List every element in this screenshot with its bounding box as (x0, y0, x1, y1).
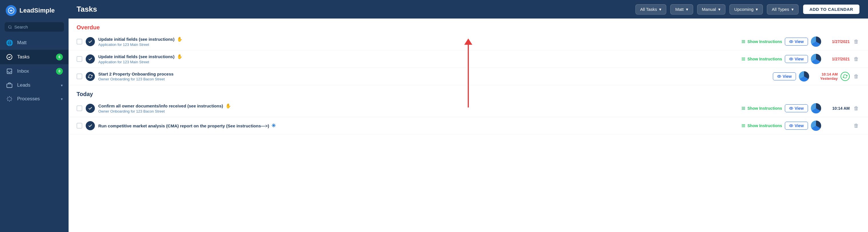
svg-rect-3 (7, 69, 12, 74)
task-title-3: Start 2 Property Onboarding process (98, 72, 769, 76)
sidebar-label-leads: Leads (17, 82, 30, 88)
filter-all-tasks-chevron: ▾ (659, 7, 661, 12)
processes-chevron-icon: ▾ (61, 97, 63, 101)
logo-text: LeadSimple (20, 7, 55, 14)
filter-all-tasks[interactable]: All Tasks ▾ (636, 4, 666, 14)
logo-area: LeadSimple (0, 0, 69, 21)
task-status-icon-1 (86, 37, 95, 46)
task-subtitle-4: Owner Onboarding for 123 Bacon Street (98, 109, 738, 113)
tasks-icon (6, 54, 13, 60)
leads-icon (6, 82, 13, 88)
show-instructions-button-5[interactable]: Show Instructions (741, 123, 782, 128)
delete-button-1[interactable]: 🗑 (852, 38, 860, 46)
show-instructions-button-1[interactable]: Show Instructions (741, 39, 782, 44)
filter-manual[interactable]: Manual ▾ (697, 4, 725, 14)
svg-point-1 (8, 25, 11, 28)
view-button-5[interactable]: View (785, 122, 808, 130)
filter-all-types[interactable]: All Types ▾ (767, 4, 799, 14)
filter-all-tasks-label: All Tasks (640, 7, 657, 12)
task-checkbox-4[interactable] (76, 106, 82, 111)
task-subtitle-3: Owner Onboarding for 123 Bacon Street (98, 77, 769, 81)
refresh-button-3[interactable] (841, 72, 850, 81)
task-actions-5: Show Instructions View 🗑 (741, 121, 860, 131)
inbox-badge: 0 (56, 68, 63, 75)
show-instructions-button-4[interactable]: Show Instructions (741, 106, 782, 111)
main-area: Tasks All Tasks ▾ Matt ▾ Manual ▾ Upcomi… (69, 0, 868, 232)
view-button-3[interactable]: View (773, 72, 796, 80)
task-title-2: Update initial fields (see instructions)… (98, 54, 738, 59)
inbox-icon (6, 68, 13, 74)
task-date-1: 1/27/2021 (824, 39, 850, 44)
filter-matt-label: Matt (675, 7, 683, 12)
show-instructions-button-2[interactable]: Show Instructions (741, 57, 782, 61)
task-checkbox-1[interactable] (76, 39, 82, 44)
task-title-5: Run competitive market analysis (CMA) re… (98, 122, 738, 129)
overdue-section-header: Overdue (69, 18, 868, 33)
task-checkbox-2[interactable] (76, 56, 82, 62)
sidebar-item-tasks[interactable]: Tasks 6 (0, 50, 69, 64)
today-section-header: Today (69, 85, 868, 100)
sidebar-label-tasks: Tasks (17, 54, 29, 60)
content-wrapper: Overdue Update initial fields (see instr… (69, 18, 868, 134)
hand-icon-2: ✋ (177, 54, 183, 59)
processes-icon (6, 96, 13, 102)
task-date-3: 10:14 AM (812, 72, 838, 76)
table-row: Update initial fields (see instructions)… (69, 33, 868, 50)
sidebar-item-leads[interactable]: Leads ▾ (0, 78, 69, 92)
task-actions-2: Show Instructions View 1/27/2021 🗑 (741, 54, 860, 64)
filter-matt-chevron: ▾ (686, 7, 688, 12)
leads-chevron-icon: ▾ (61, 83, 63, 87)
sidebar-label-inbox: Inbox (17, 68, 29, 74)
header: Tasks All Tasks ▾ Matt ▾ Manual ▾ Upcomi… (69, 0, 868, 18)
avatar-3 (799, 71, 809, 81)
task-date-yesterday: Yesterday (812, 76, 838, 81)
task-actions-1: Show Instructions View 1/27/2021 🗑 (741, 37, 860, 47)
view-button-1[interactable]: View (785, 38, 808, 46)
task-date-4: 10:14 AM (824, 106, 850, 111)
page-title: Tasks (76, 5, 97, 14)
sidebar-item-processes[interactable]: Processes ▾ (0, 92, 69, 106)
avatar-5 (811, 121, 821, 131)
svg-point-12 (791, 59, 792, 60)
task-checkbox-5[interactable] (76, 123, 82, 128)
table-row: Run competitive market analysis (CMA) re… (69, 117, 868, 134)
task-info-5: Run competitive market analysis (CMA) re… (98, 122, 738, 129)
search-bar[interactable] (5, 22, 64, 32)
sidebar-label-matt: Matt (17, 40, 27, 46)
view-button-2[interactable]: View (785, 55, 808, 63)
sidebar-item-inbox[interactable]: Inbox 0 (0, 64, 69, 78)
task-status-icon-5 (86, 121, 95, 130)
delete-button-5[interactable]: 🗑 (852, 122, 860, 130)
task-info-2: Update initial fields (see instructions)… (98, 54, 738, 64)
task-title-4: Confirm all owner documents/info receive… (98, 103, 738, 109)
filter-all-types-label: All Types (772, 7, 789, 12)
delete-button-2[interactable]: 🗑 (852, 55, 860, 63)
sidebar-label-processes: Processes (17, 96, 40, 102)
delete-button-3[interactable]: 🗑 (852, 72, 860, 81)
svg-point-17 (791, 108, 792, 109)
filter-upcoming[interactable]: Upcoming ▾ (730, 4, 763, 14)
task-actions-4: Show Instructions View 10:14 AM 🗑 (741, 103, 860, 113)
sidebar-item-matt[interactable]: 🌐 Matt (0, 36, 69, 50)
task-subtitle-2: Application for 123 Main Street (98, 60, 738, 64)
matt-icon: 🌐 (6, 39, 13, 46)
search-icon (8, 25, 12, 29)
filter-upcoming-chevron: ▾ (756, 7, 758, 12)
table-row: Confirm all owner documents/info receive… (69, 100, 868, 117)
filter-matt[interactable]: Matt ▾ (670, 4, 693, 14)
view-button-4[interactable]: View (785, 104, 808, 112)
delete-button-4[interactable]: 🗑 (852, 104, 860, 113)
asterisk-icon: ✳ (272, 122, 276, 129)
task-checkbox-3[interactable] (76, 74, 82, 79)
tasks-badge: 6 (56, 53, 63, 61)
avatar-2 (811, 54, 821, 64)
task-title-1: Update initial fields (see instructions)… (98, 37, 738, 42)
avatar-4 (811, 103, 821, 113)
search-input[interactable] (14, 25, 61, 29)
task-date-2: 1/27/2021 (824, 57, 850, 61)
table-row: Update initial fields (see instructions)… (69, 50, 868, 68)
task-actions-3: View 10:14 AM Yesterday 🗑 (773, 71, 860, 81)
add-to-calendar-button[interactable]: ADD TO CALENDAR (803, 4, 860, 14)
hand-icon-1: ✋ (177, 37, 183, 42)
svg-point-21 (791, 125, 792, 126)
